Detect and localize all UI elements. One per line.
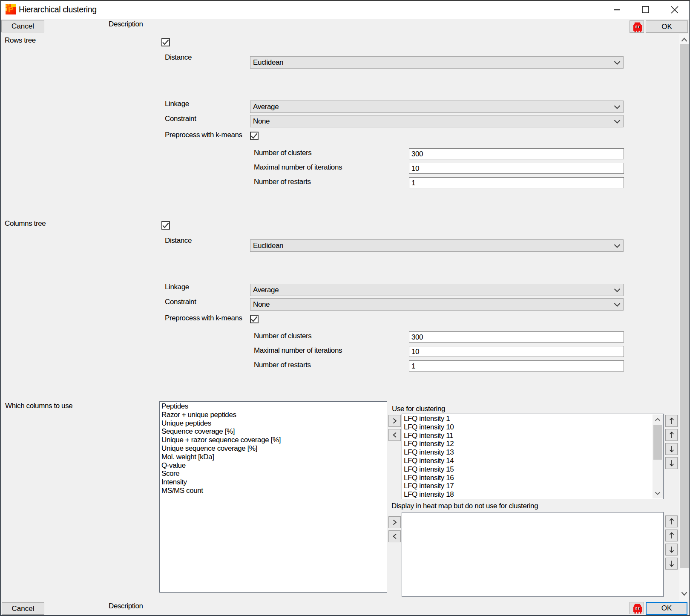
- svg-text:P: P: [8, 6, 13, 14]
